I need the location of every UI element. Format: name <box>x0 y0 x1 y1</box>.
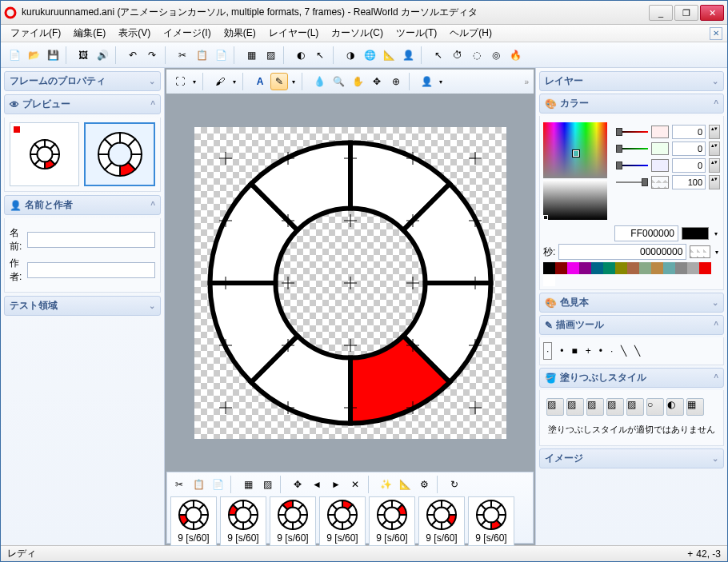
palette-swatch[interactable] <box>699 262 711 274</box>
fs-fx-icon[interactable]: ✨ <box>377 476 394 493</box>
menu-tool[interactable]: ツール(T) <box>391 25 442 42</box>
hotspot-icon[interactable]: ⊕ <box>387 73 405 90</box>
redo-icon[interactable]: ↷ <box>143 46 161 64</box>
fill-6[interactable]: ○ <box>646 398 664 416</box>
loading-icon[interactable]: ◌ <box>468 46 486 64</box>
fill-7[interactable]: ◐ <box>666 398 684 416</box>
secondary-color[interactable] <box>690 245 710 258</box>
frame-props-header[interactable]: フレームのプロパティ ⌄ <box>4 71 161 91</box>
select-tool-icon[interactable]: ⛶ <box>171 73 189 90</box>
merge-icon[interactable]: ▨ <box>262 46 279 64</box>
ruler-icon[interactable]: 📐 <box>380 46 398 64</box>
palette-swatch[interactable] <box>675 262 687 274</box>
frame-6[interactable]: 9 [s/60] <box>468 496 514 546</box>
menu-help[interactable]: ヘルプ(H) <box>445 25 497 42</box>
fs-gear-icon[interactable]: ⚙ <box>415 476 433 493</box>
palette-swatch[interactable] <box>555 262 567 274</box>
preview-small[interactable] <box>10 122 79 186</box>
seconds-input[interactable] <box>558 244 686 260</box>
layer-header[interactable]: レイヤー ⌄ <box>539 71 724 91</box>
close-button[interactable]: ✕ <box>700 5 724 21</box>
brush-5[interactable]: • <box>599 345 602 357</box>
frame-1[interactable]: 9 [s/60] <box>220 496 266 546</box>
g-slider[interactable] <box>616 142 648 155</box>
fs-ruler-icon[interactable]: 📐 <box>396 476 414 493</box>
brush-4[interactable]: + <box>586 345 591 357</box>
fs-paste-icon[interactable]: 📄 <box>209 476 226 493</box>
fill-8[interactable]: ▦ <box>686 398 704 416</box>
palette-swatch[interactable] <box>663 262 675 274</box>
fs-prev-icon[interactable]: ◄ <box>308 476 326 493</box>
document-close-button[interactable]: ✕ <box>710 27 722 40</box>
brush-3[interactable]: ■ <box>572 345 578 357</box>
sound-icon[interactable]: 🔊 <box>94 46 111 64</box>
a-spin[interactable]: ▴▾ <box>709 175 720 189</box>
menu-edit[interactable]: 編集(E) <box>69 25 110 42</box>
arrow-icon[interactable]: ↖ <box>430 46 447 64</box>
tool-icon[interactable]: 🖼 <box>74 46 92 64</box>
paste-icon[interactable]: 📄 <box>212 46 230 64</box>
fs-cut-icon[interactable]: ✂ <box>170 476 188 493</box>
primary-color[interactable] <box>682 227 709 240</box>
hex-input[interactable] <box>614 225 678 241</box>
dropper-icon[interactable]: 💧 <box>310 73 328 90</box>
menu-effect[interactable]: 効果(E) <box>219 25 261 42</box>
palette-swatch[interactable] <box>579 262 591 274</box>
image-header[interactable]: イメージ ⌄ <box>539 448 724 468</box>
palette-swatch[interactable] <box>639 262 651 274</box>
minimize-button[interactable]: _ <box>649 5 673 21</box>
text-tool-icon[interactable]: A <box>251 73 269 90</box>
drawtool-header[interactable]: ✎ 描画ツール ^ <box>539 315 724 335</box>
g-spin[interactable]: ▴▾ <box>709 141 720 156</box>
menu-layer[interactable]: レイヤー(L) <box>264 25 324 42</box>
brush-2[interactable]: • <box>560 345 563 357</box>
layers-icon[interactable]: ▦ <box>242 46 260 64</box>
fs-copy-icon[interactable]: 📋 <box>190 476 207 493</box>
pointer-icon[interactable]: ↖ <box>311 46 329 64</box>
fill-5[interactable]: ▨ <box>626 398 644 416</box>
b-spin[interactable]: ▴▾ <box>709 158 720 173</box>
hue-sat-picker[interactable] <box>543 122 607 178</box>
contrast-icon[interactable]: ◑ <box>342 46 359 64</box>
brush-7[interactable]: ╲ <box>621 345 626 357</box>
menu-file[interactable]: ファイル(F) <box>6 25 66 42</box>
fill-4[interactable]: ▨ <box>606 398 624 416</box>
copy-icon[interactable]: 📋 <box>193 46 210 64</box>
user-icon[interactable]: 👤 <box>399 46 417 64</box>
palette-swatch[interactable] <box>543 274 555 286</box>
a-value[interactable] <box>672 175 706 189</box>
fill-1[interactable]: ▨ <box>546 398 564 416</box>
fs-del-icon[interactable]: ✕ <box>346 476 364 493</box>
fill-3[interactable]: ▨ <box>586 398 604 416</box>
fs-loop-icon[interactable]: ↻ <box>446 476 463 493</box>
overflow-icon[interactable]: » <box>524 78 529 86</box>
menu-cursor[interactable]: カーソル(C) <box>326 25 388 42</box>
palette-swatch[interactable] <box>603 262 615 274</box>
palette-swatch[interactable] <box>627 262 639 274</box>
palette-swatch[interactable] <box>543 262 555 274</box>
menu-image[interactable]: イメージ(I) <box>158 25 215 42</box>
g-value[interactable] <box>672 141 706 156</box>
clock-icon[interactable]: ⏱ <box>449 46 466 64</box>
frame-4[interactable]: 9 [s/60] <box>369 496 415 546</box>
preview-header[interactable]: 👁 プレビュー ^ <box>4 94 161 114</box>
zoom-icon[interactable]: 🔍 <box>330 73 347 90</box>
frame-2[interactable]: 9 [s/60] <box>270 496 316 546</box>
maximize-button[interactable]: ❐ <box>674 5 698 21</box>
color-header[interactable]: 🎨 カラー ^ <box>539 94 724 114</box>
lightness-picker[interactable] <box>543 180 607 220</box>
r-slider[interactable] <box>616 126 648 138</box>
fillstyle-header[interactable]: 🪣 塗りつぶしスタイル ^ <box>539 368 724 388</box>
open-icon[interactable]: 📂 <box>25 46 42 64</box>
palette-swatch[interactable] <box>687 262 699 274</box>
brush-6[interactable]: · <box>610 345 613 357</box>
new-icon[interactable]: 📄 <box>6 46 23 64</box>
fs-add-icon[interactable]: ✥ <box>289 476 306 493</box>
author-field[interactable] <box>27 262 155 278</box>
b-value[interactable] <box>672 158 706 173</box>
palette-swatch[interactable] <box>567 262 579 274</box>
menu-view[interactable]: 表示(V) <box>114 25 155 42</box>
brush-tool-icon[interactable]: 🖌 <box>211 73 229 90</box>
fs-dup-icon[interactable]: ▦ <box>239 476 257 493</box>
b-slider[interactable] <box>616 159 648 172</box>
